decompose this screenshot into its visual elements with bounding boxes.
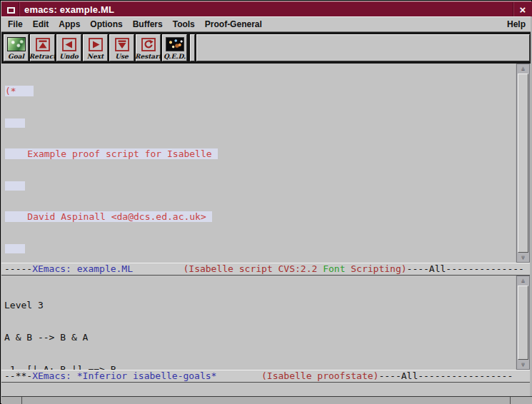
proof-script-buffer[interactable]: (* Example proof script for Isabelle Dav… xyxy=(1,64,516,263)
restart-button[interactable]: Restart xyxy=(136,34,161,61)
window-menu-button[interactable] xyxy=(5,5,17,15)
menu-proof-general[interactable]: Proof-General xyxy=(200,19,267,29)
modeline-mode-red: (Isabelle proofstate) xyxy=(261,370,378,381)
menubar: File Edit Apps Options Buffers Tools Pro… xyxy=(1,16,532,32)
retract-icon xyxy=(36,36,50,53)
titlebar-separator xyxy=(513,2,514,17)
menu-options[interactable]: Options xyxy=(85,19,127,29)
locked-region-highlight xyxy=(5,118,25,128)
script-line[interactable]: David Aspinall <da@dcs.ed.ac.uk> xyxy=(5,212,516,222)
menu-help[interactable]: Help xyxy=(507,19,526,29)
goal-button[interactable]: Goal xyxy=(4,34,29,61)
use-button[interactable]: Use xyxy=(109,34,134,61)
modeline-goals: --**-XEmacs: *Inferior isabelle-goals* (… xyxy=(1,370,530,383)
goals-line: Level 3 xyxy=(4,300,516,310)
window-menu-icon xyxy=(7,7,15,14)
titlebar-separator xyxy=(19,2,20,17)
modeline-mode-red: (Isabelle script CVS:2.2 xyxy=(183,263,323,274)
menu-apps[interactable]: Apps xyxy=(54,19,85,29)
scrollbar-thumb[interactable] xyxy=(518,286,528,360)
next-button[interactable]: Next xyxy=(83,34,108,61)
frame-resize-handle[interactable] xyxy=(21,397,22,404)
qed-pixmap-icon xyxy=(166,36,184,53)
toolbar-spacer xyxy=(190,34,195,61)
menu-buffers[interactable]: Buffers xyxy=(128,19,168,29)
script-line[interactable] xyxy=(5,118,516,128)
modeline-buffer-name: XEmacs: example.ML xyxy=(32,263,133,274)
goals-scrollbar[interactable]: ▲ ▼ xyxy=(516,276,530,370)
next-icon xyxy=(89,36,103,53)
menu-tools[interactable]: Tools xyxy=(168,19,200,29)
use-icon xyxy=(115,36,129,53)
close-button[interactable]: × xyxy=(515,3,531,16)
scrollbar-thumb[interactable] xyxy=(518,74,528,253)
restart-icon xyxy=(141,36,156,53)
goals-buffer[interactable]: Level 3 A & B --> B & A 1. [| A; B |] ==… xyxy=(1,276,516,370)
goal-pixmap-icon xyxy=(7,36,26,53)
locked-region-highlight xyxy=(5,181,25,191)
script-line[interactable] xyxy=(5,181,516,191)
script-line[interactable] xyxy=(5,243,516,253)
scroll-up-icon[interactable]: ▲ xyxy=(517,64,529,73)
frame-resize-handle[interactable] xyxy=(510,397,511,404)
scroll-down-icon[interactable]: ▼ xyxy=(517,253,529,262)
menu-edit[interactable]: Edit xyxy=(28,19,54,29)
scroll-up-icon[interactable]: ▲ xyxy=(517,276,529,285)
titlebar: emacs: example.ML × xyxy=(1,1,532,16)
xemacs-window: emacs: example.ML × File Edit Apps Optio… xyxy=(0,0,532,404)
locked-region-highlight xyxy=(5,244,25,253)
goals-line: A & B --> B & A xyxy=(4,332,516,343)
undo-button[interactable]: Undo xyxy=(56,34,81,61)
goals-line: 1. [| A; B |] ==> B xyxy=(4,364,516,370)
menu-file[interactable]: File xyxy=(1,19,28,29)
toolbar: Goal Retract Undo xyxy=(1,32,532,64)
scroll-down-icon[interactable]: ▼ xyxy=(517,360,529,369)
toolbar-filler-panel xyxy=(196,34,530,61)
retract-button[interactable]: Retract xyxy=(30,34,55,61)
script-line[interactable]: (* xyxy=(5,86,516,96)
qed-button[interactable]: Q.E.D. xyxy=(162,34,187,61)
script-scrollbar[interactable]: ▲ ▼ xyxy=(516,64,530,263)
modeline-mode-green: Font xyxy=(323,263,345,274)
minibuffer[interactable] xyxy=(1,383,530,396)
window-bottom-frame xyxy=(1,396,532,404)
undo-icon xyxy=(62,36,76,53)
modeline-script: -----XEmacs: example.ML (Isabelle script… xyxy=(1,263,530,276)
script-line[interactable]: Example proof script for Isabelle xyxy=(5,149,516,159)
window-title: emacs: example.ML xyxy=(24,4,114,15)
modeline-buffer-name: XEmacs: *Inferior isabelle-goals* xyxy=(32,370,216,381)
close-icon: × xyxy=(520,4,526,16)
